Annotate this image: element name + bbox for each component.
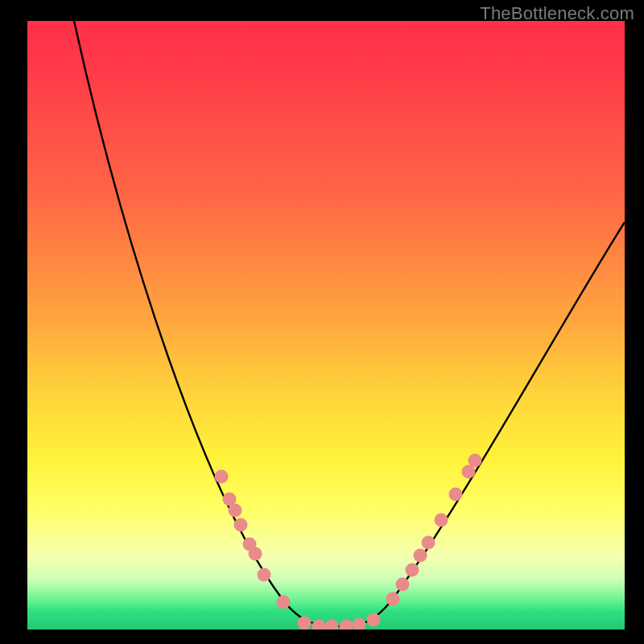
- outer-frame: TheBottleneck.com: [0, 0, 644, 644]
- marker-point: [396, 578, 410, 592]
- marker-point: [234, 518, 248, 532]
- marker-point: [258, 568, 271, 582]
- plot-area: [27, 21, 625, 630]
- marker-point: [449, 488, 463, 502]
- marker-group: [215, 454, 482, 630]
- marker-point: [249, 547, 262, 561]
- marker-point: [386, 592, 400, 606]
- marker-point: [414, 549, 427, 563]
- marker-point: [340, 620, 353, 630]
- marker-point: [312, 620, 326, 630]
- marker-point: [406, 564, 419, 577]
- marker-point: [229, 504, 242, 518]
- marker-point: [367, 613, 381, 627]
- chart-svg: [27, 21, 625, 630]
- marker-point: [277, 596, 291, 609]
- marker-point: [469, 454, 482, 468]
- marker-point: [435, 514, 448, 527]
- marker-point: [215, 470, 229, 484]
- bottleneck-curve: [74, 21, 625, 626]
- watermark-text: TheBottleneck.com: [480, 3, 634, 24]
- marker-point: [353, 618, 366, 630]
- marker-point: [298, 617, 312, 630]
- marker-point: [325, 620, 339, 630]
- marker-point: [422, 536, 436, 550]
